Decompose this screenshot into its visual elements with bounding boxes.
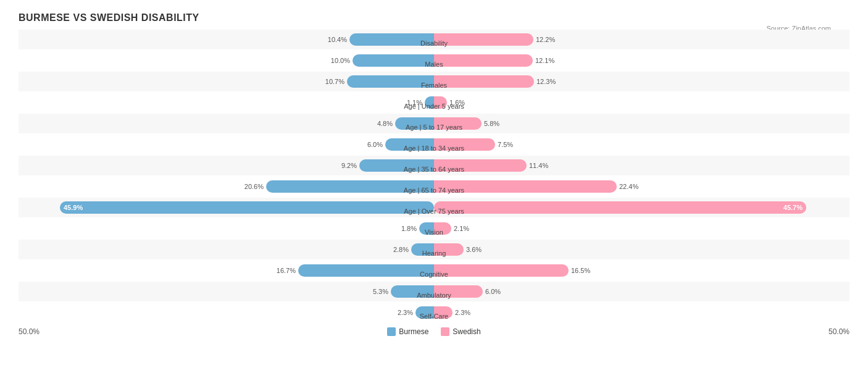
bar-pink	[434, 33, 533, 46]
row-label: Disability	[420, 40, 448, 47]
right-value: 7.5%	[498, 141, 513, 148]
left-section: 45.9%	[19, 198, 434, 217]
left-section: 16.7%	[19, 261, 434, 280]
legend-center: Burmese Swedish	[387, 327, 480, 336]
chart-row: 2.8% Hearing 3.6%	[19, 240, 849, 259]
right-section: 7.5%	[434, 135, 849, 154]
left-value: 2.8%	[393, 246, 409, 253]
chart-row: 1.1% Age | Under 5 years 1.6%	[19, 93, 849, 112]
left-value: 10.7%	[325, 78, 344, 85]
left-section: 2.3%	[19, 303, 434, 322]
row-label: Age | 65 to 74 years	[404, 187, 464, 194]
chart-row: 10.4% Disability 12.2%	[19, 30, 849, 49]
left-section: 10.7%	[19, 72, 434, 91]
right-section: 12.1%	[434, 51, 849, 70]
bar-blue	[353, 54, 434, 67]
right-value: 12.3%	[536, 78, 556, 85]
right-value: 6.0%	[485, 288, 501, 295]
row-label: Age | 35 to 64 years	[404, 166, 464, 173]
burmese-legend-box	[387, 327, 396, 336]
chart-row: 4.8% Age | 5 to 17 years 5.8%	[19, 114, 849, 133]
left-value: 6.0%	[367, 141, 383, 148]
bar-container: 1.8% Vision 2.1%	[19, 219, 849, 238]
row-label: Ambulatory	[417, 292, 451, 299]
left-section: 6.0%	[19, 135, 434, 154]
right-section: 5.8%	[434, 114, 849, 133]
right-value: 12.2%	[536, 36, 555, 43]
chart-row: 9.2% Age | 35 to 64 years 11.4%	[19, 156, 849, 175]
bar-pink: 45.7%	[434, 201, 806, 214]
left-section: 2.8%	[19, 240, 434, 259]
left-value: 10.4%	[328, 36, 347, 43]
right-value: 5.8%	[484, 120, 499, 127]
bar-container: 9.2% Age | 35 to 64 years 11.4%	[19, 156, 849, 175]
right-value: 11.4%	[529, 162, 548, 169]
chart-row: 1.8% Vision 2.1%	[19, 219, 849, 238]
row-label: Cognitive	[420, 271, 448, 278]
bar-pink	[434, 54, 533, 67]
chart-row: 2.3% Self-Care 2.3%	[19, 303, 849, 322]
right-value: 2.3%	[455, 309, 470, 316]
left-value: 2.3%	[398, 309, 413, 316]
legend-swedish: Swedish	[441, 327, 480, 336]
chart-row: 20.6% Age | 65 to 74 years 22.4%	[19, 177, 849, 196]
row-label: Hearing	[422, 250, 446, 257]
row-label: Age | Under 5 years	[404, 103, 464, 110]
right-section: 22.4%	[434, 177, 849, 196]
axis-right-label: 50.0%	[828, 327, 849, 336]
bar-container: 6.0% Age | 18 to 34 years 7.5%	[19, 135, 849, 154]
left-section: 1.8%	[19, 219, 434, 238]
chart-row: 16.7% Cognitive 16.5%	[19, 261, 849, 280]
row-label: Age | 18 to 34 years	[404, 145, 464, 152]
left-value: 16.7%	[277, 267, 296, 274]
right-section: 11.4%	[434, 156, 849, 175]
right-section: 45.7%	[434, 198, 849, 217]
right-value: 2.1%	[454, 225, 469, 232]
burmese-legend-label: Burmese	[399, 327, 428, 336]
left-section: 10.4%	[19, 30, 434, 49]
bar-container: 5.3% Ambulatory 6.0%	[19, 282, 849, 301]
chart-row: 10.0% Males 12.1%	[19, 51, 849, 70]
left-value: 4.8%	[377, 120, 393, 127]
swedish-legend-label: Swedish	[453, 327, 480, 336]
right-value-inside: 45.7%	[780, 204, 806, 211]
left-value: 9.2%	[341, 162, 357, 169]
bar-container: 16.7% Cognitive 16.5%	[19, 261, 849, 280]
left-value: 10.0%	[331, 57, 350, 64]
bar-container: 10.0% Males 12.1%	[19, 51, 849, 70]
bar-container: 2.3% Self-Care 2.3%	[19, 303, 849, 322]
bar-container: 10.7% Females 12.3%	[19, 72, 849, 91]
chart-title: BURMESE VS SWEDISH DISABILITY	[19, 12, 849, 23]
left-value: 5.3%	[373, 288, 388, 295]
right-section: 2.1%	[434, 219, 849, 238]
legend-area: 50.0% Burmese Swedish 50.0%	[19, 327, 849, 336]
chart-area: 10.4% Disability 12.2% 10.0% Males	[19, 30, 849, 336]
bar-container: 1.1% Age | Under 5 years 1.6%	[19, 93, 849, 112]
row-label: Vision	[425, 229, 443, 236]
left-value: 1.8%	[401, 225, 417, 232]
bar-pink	[434, 264, 569, 277]
row-label: Self-Care	[420, 313, 448, 320]
chart-row: 45.9% Age | Over 75 years 45.7%	[19, 198, 849, 217]
left-section: 10.0%	[19, 51, 434, 70]
bar-container: 45.9% Age | Over 75 years 45.7%	[19, 198, 849, 217]
left-section: 20.6%	[19, 177, 434, 196]
right-section: 2.3%	[434, 303, 849, 322]
right-value: 3.6%	[466, 246, 482, 253]
right-section: 16.5%	[434, 261, 849, 280]
left-section: 9.2%	[19, 156, 434, 175]
bar-container: 10.4% Disability 12.2%	[19, 30, 849, 49]
bar-blue	[298, 264, 434, 277]
row-label: Age | 5 to 17 years	[406, 124, 462, 131]
axis-left-label: 50.0%	[19, 327, 40, 336]
right-value: 12.1%	[535, 57, 554, 64]
left-section: 5.3%	[19, 282, 434, 301]
swedish-legend-box	[441, 327, 449, 336]
bar-pink	[434, 75, 534, 88]
right-section: 1.6%	[434, 93, 849, 112]
right-section: 6.0%	[434, 282, 849, 301]
left-section: 4.8%	[19, 114, 434, 133]
chart-row: 10.7% Females 12.3%	[19, 72, 849, 91]
right-section: 12.3%	[434, 72, 849, 91]
row-label: Age | Over 75 years	[404, 208, 464, 215]
